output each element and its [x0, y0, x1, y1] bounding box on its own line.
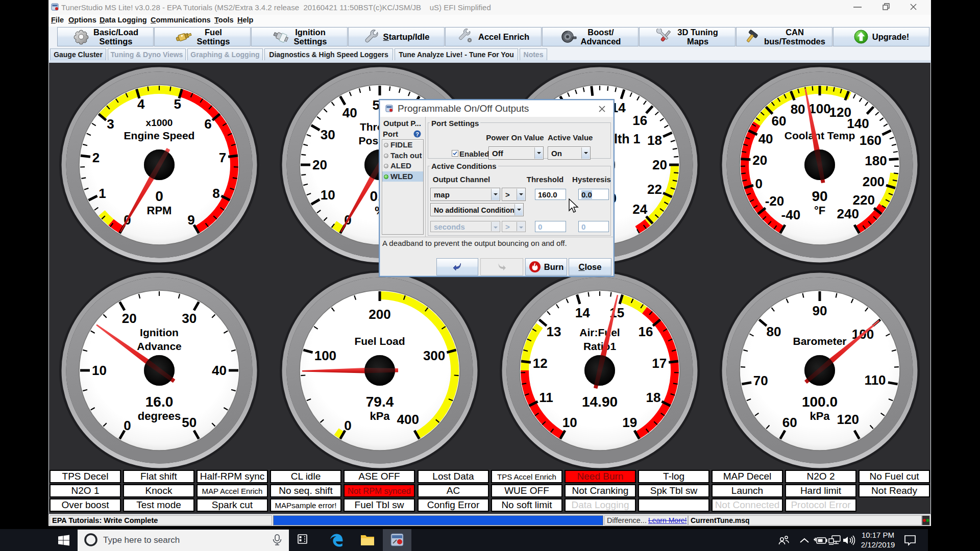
- svg-text:13: 13: [547, 324, 561, 339]
- svg-text:16: 16: [639, 324, 653, 339]
- svg-text:10: 10: [321, 187, 335, 203]
- svg-text:20: 20: [752, 153, 767, 168]
- svg-text:240: 240: [837, 206, 859, 221]
- svg-text:60: 60: [782, 415, 797, 430]
- svg-text:degrees: degrees: [138, 410, 181, 422]
- svg-text:1: 1: [99, 186, 106, 201]
- svg-text:-40: -40: [781, 207, 801, 222]
- svg-text:80: 80: [791, 102, 805, 117]
- svg-text:200: 200: [369, 307, 390, 322]
- svg-text:0: 0: [344, 418, 351, 433]
- svg-text:Ignition: Ignition: [140, 327, 179, 338]
- svg-text:20: 20: [312, 157, 327, 172]
- svg-text:20: 20: [652, 157, 667, 172]
- svg-text:10: 10: [562, 415, 577, 430]
- svg-text:RPM: RPM: [147, 204, 172, 217]
- svg-text:°F: °F: [814, 204, 825, 217]
- svg-text:22: 22: [647, 182, 662, 197]
- svg-text:?: ?: [415, 131, 419, 137]
- svg-text:180: 180: [865, 153, 887, 168]
- svg-text:kPa: kPa: [370, 410, 390, 422]
- svg-text:400: 400: [397, 412, 419, 427]
- svg-text:50: 50: [182, 415, 197, 430]
- svg-text:40: 40: [758, 131, 773, 146]
- svg-text:18: 18: [646, 390, 661, 405]
- svg-text:200: 200: [863, 174, 885, 189]
- svg-text:300: 300: [423, 348, 445, 363]
- svg-text:Engine Speed: Engine Speed: [124, 130, 195, 141]
- svg-text:lth 1: lth 1: [614, 132, 640, 146]
- svg-text:80: 80: [767, 324, 781, 339]
- svg-text:100: 100: [808, 101, 830, 116]
- svg-text:20: 20: [122, 311, 137, 326]
- svg-text:110: 110: [865, 372, 886, 388]
- svg-text:3: 3: [107, 116, 114, 132]
- svg-text:8: 8: [212, 186, 219, 201]
- svg-text:4: 4: [137, 96, 145, 112]
- svg-text:kPa: kPa: [810, 410, 830, 422]
- svg-text:7: 7: [219, 150, 226, 165]
- svg-text:Advance: Advance: [137, 340, 182, 352]
- svg-text:10: 10: [92, 363, 107, 378]
- svg-text:17: 17: [652, 356, 667, 371]
- svg-text:Fuel Load: Fuel Load: [354, 335, 405, 347]
- svg-text:14.90: 14.90: [582, 394, 618, 410]
- svg-text:220: 220: [853, 192, 875, 208]
- svg-text:5: 5: [174, 96, 181, 112]
- svg-text:30: 30: [182, 311, 197, 326]
- svg-text:90: 90: [812, 188, 827, 204]
- svg-text:2: 2: [92, 150, 100, 165]
- svg-text:Coolant Temp: Coolant Temp: [785, 130, 855, 141]
- svg-text:24: 24: [632, 202, 647, 217]
- svg-text:Ratio1: Ratio1: [583, 340, 617, 352]
- svg-text:40: 40: [342, 105, 357, 120]
- svg-text:100: 100: [314, 348, 336, 363]
- svg-text:11: 11: [539, 390, 553, 405]
- svg-text:Barometer: Barometer: [793, 335, 846, 347]
- svg-text:0: 0: [755, 176, 763, 191]
- svg-text:90: 90: [813, 303, 827, 318]
- svg-text:0: 0: [124, 418, 131, 433]
- svg-text:79.4: 79.4: [366, 394, 394, 410]
- svg-text:Air:Fuel: Air:Fuel: [579, 327, 620, 338]
- svg-text:60: 60: [772, 113, 787, 129]
- svg-text:18: 18: [647, 133, 662, 148]
- svg-text:9: 9: [187, 212, 194, 228]
- svg-text:70: 70: [753, 373, 768, 388]
- svg-text:120: 120: [837, 412, 859, 427]
- svg-text:-20: -20: [765, 193, 785, 209]
- svg-text:100.0: 100.0: [802, 394, 838, 410]
- svg-text:140: 140: [847, 116, 869, 131]
- svg-text:19: 19: [622, 415, 637, 430]
- svg-text:14: 14: [575, 305, 590, 320]
- svg-text:30: 30: [321, 127, 335, 142]
- svg-text:16.0: 16.0: [145, 394, 174, 410]
- svg-text:16: 16: [632, 113, 647, 128]
- svg-text:6: 6: [204, 116, 211, 132]
- svg-text:x1000: x1000: [146, 117, 173, 128]
- svg-text:0: 0: [155, 188, 163, 204]
- svg-text:40: 40: [212, 363, 227, 378]
- svg-text:12: 12: [533, 356, 548, 371]
- svg-text:160: 160: [860, 133, 881, 148]
